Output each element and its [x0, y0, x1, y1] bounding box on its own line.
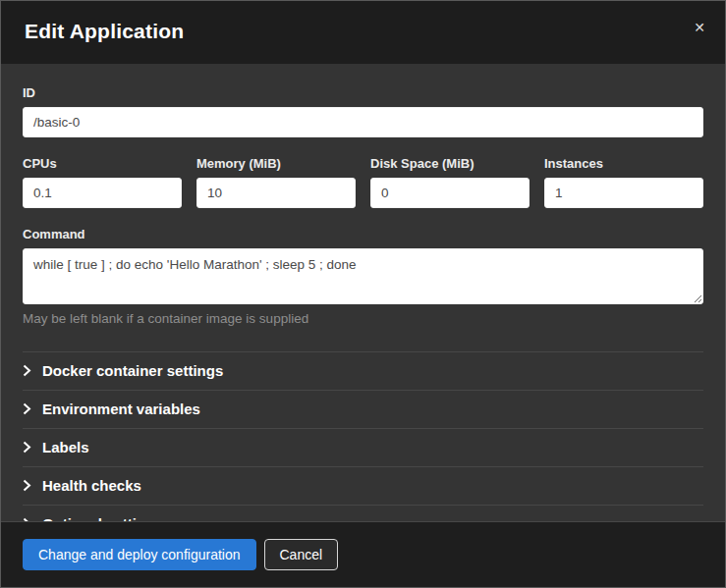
- disk-field-group: Disk Space (MiB): [370, 156, 530, 208]
- memory-input[interactable]: [196, 178, 356, 208]
- modal-header: Edit Application ✕: [1, 1, 725, 64]
- section-optional-settings[interactable]: Optional settings: [23, 505, 703, 521]
- resources-field-row: CPUs Memory (MiB) Disk Space (MiB) Insta…: [23, 156, 703, 208]
- chevron-right-icon: [23, 364, 31, 377]
- command-label: Command: [23, 227, 703, 241]
- cpus-label: CPUs: [23, 156, 182, 171]
- command-help-text: May be left blank if a container image i…: [23, 311, 703, 326]
- command-field-group: Command while [ true ] ; do echo 'Hello …: [23, 227, 703, 326]
- modal-footer: Change and deploy configuration Cancel: [1, 521, 725, 587]
- cpus-input[interactable]: [23, 178, 182, 208]
- cpus-field-group: CPUs: [23, 156, 182, 208]
- section-health-checks[interactable]: Health checks: [23, 466, 703, 505]
- memory-field-group: Memory (MiB): [196, 156, 356, 208]
- cancel-button[interactable]: Cancel: [264, 539, 339, 570]
- modal-title: Edit Application: [25, 20, 184, 42]
- id-field-group: ID: [23, 85, 703, 137]
- section-label: Environment variables: [42, 401, 200, 417]
- disk-label: Disk Space (MiB): [370, 156, 530, 171]
- section-label: Health checks: [42, 477, 141, 494]
- chevron-right-icon: [23, 479, 31, 492]
- section-label: Docker container settings: [42, 362, 223, 379]
- section-environment-variables[interactable]: Environment variables: [23, 390, 703, 428]
- id-input[interactable]: [23, 107, 703, 137]
- edit-application-modal: Edit Application ✕ ID CPUs Memory (MiB) …: [0, 0, 726, 588]
- instances-label: Instances: [544, 156, 703, 171]
- section-docker-container-settings[interactable]: Docker container settings: [23, 351, 703, 390]
- id-label: ID: [23, 85, 703, 100]
- memory-label: Memory (MiB): [196, 156, 356, 171]
- chevron-right-icon: [23, 402, 31, 415]
- collapsible-sections: Docker container settings Environment va…: [23, 351, 703, 521]
- instances-input[interactable]: [544, 178, 703, 208]
- disk-input[interactable]: [370, 178, 530, 208]
- instances-field-group: Instances: [544, 156, 703, 208]
- change-and-deploy-button[interactable]: Change and deploy configuration: [23, 539, 256, 570]
- section-labels[interactable]: Labels: [23, 428, 703, 466]
- chevron-right-icon: [23, 441, 31, 454]
- close-icon[interactable]: ✕: [690, 17, 709, 38]
- command-textarea[interactable]: while [ true ] ; do echo 'Hello Marathon…: [23, 248, 703, 304]
- modal-body: ID CPUs Memory (MiB) Disk Space (MiB) In…: [1, 64, 725, 521]
- section-label: Labels: [42, 439, 89, 455]
